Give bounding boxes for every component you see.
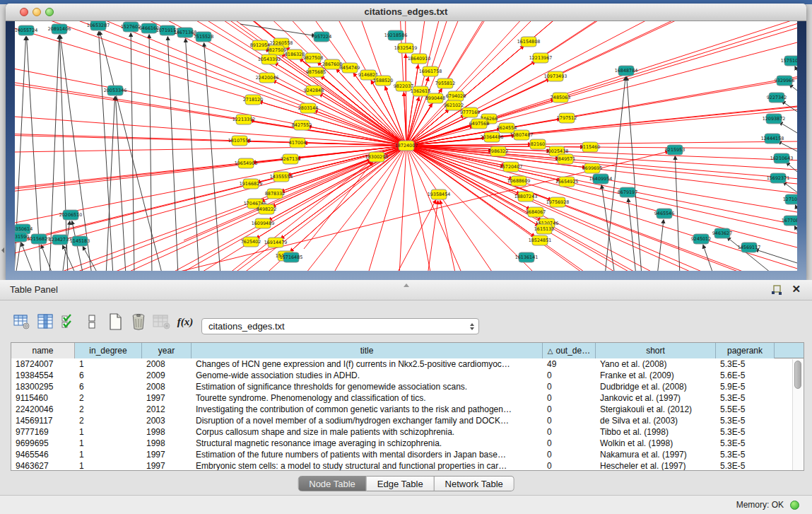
select-all-button[interactable] (58, 311, 79, 332)
graph-node[interactable]: 12213967 (529, 53, 553, 63)
graph-node[interactable]: 9777169 (460, 107, 480, 117)
table-settings-button[interactable] (11, 311, 33, 332)
graph-node[interactable]: 2803144 (298, 103, 318, 113)
table-selector-dropdown[interactable]: citations_edges.txt (201, 318, 479, 334)
zoom-button[interactable] (45, 8, 54, 16)
graph-node[interactable]: 1677081 (782, 216, 797, 226)
scrollbar-thumb[interactable] (794, 361, 801, 389)
column-header-short[interactable]: short (596, 343, 716, 358)
graph-node[interactable]: 16210643 (770, 153, 794, 163)
column-header-in_degree[interactable]: in_degree (75, 343, 142, 358)
graph-node[interactable]: 15720407 (500, 162, 523, 172)
function-builder-button[interactable]: f(x) (175, 311, 196, 332)
graph-node[interactable]: 7625402 (241, 237, 261, 247)
graph-node[interactable]: 18640910 (408, 54, 431, 64)
panel-resize-handle[interactable] (404, 284, 409, 287)
graph-node[interactable]: 417004 (289, 138, 306, 148)
table-row[interactable]: 1872400712008Changes of HCN gene express… (11, 358, 804, 370)
column-header-title[interactable]: title (192, 343, 543, 358)
column-header-name[interactable]: name (11, 343, 75, 358)
graph-node[interactable]: 1271034 (783, 194, 797, 204)
graph-node[interactable]: 9242848 (304, 86, 324, 95)
graph-node[interactable]: 16409954 (589, 174, 613, 184)
tab-node-table[interactable]: Node Table (298, 476, 367, 491)
graph-node[interactable]: 1588520 (373, 76, 393, 86)
tab-network-table[interactable]: Network Table (435, 476, 514, 491)
graph-node[interactable]: 8878332 (265, 189, 285, 199)
table-row[interactable]: 2242004622012Investigating the contribut… (11, 404, 804, 415)
graph-node[interactable]: 9827508 (303, 53, 323, 63)
delete-rows-button[interactable] (128, 311, 149, 332)
graph-node[interactable]: 9875685 (306, 67, 326, 77)
column-header-pagerank[interactable]: pagerank (716, 343, 775, 358)
graph-node[interactable]: 7986322 (488, 146, 508, 156)
graph-node[interactable]: 19654905 (235, 158, 258, 168)
graph-node[interactable]: 3267130 (281, 154, 300, 164)
graph-node[interactable]: 7515528 (194, 32, 213, 42)
graph-node[interactable]: 19358454 (428, 189, 451, 199)
graph-node[interactable]: 19166829 (240, 179, 263, 189)
graph-node[interactable]: 16136141 (515, 252, 539, 262)
column-header-out_degree[interactable]: △out_de… (543, 343, 596, 358)
graph-node[interactable]: 9245012 (691, 234, 711, 244)
graph-node[interactable]: 8186328 (285, 49, 305, 59)
graph-node[interactable]: 8679197 (618, 187, 637, 197)
column-header-year[interactable]: year (142, 343, 192, 358)
panel-collapse-arrow-icon[interactable] (1, 247, 4, 253)
graph-node[interactable]: 9465546 (654, 209, 674, 218)
graph-node[interactable]: 2718120 (243, 95, 263, 105)
graph-node[interactable]: 20891406 (48, 24, 71, 34)
graph-node[interactable]: 16099489 (252, 218, 275, 228)
graph-node[interactable]: 9621022 (444, 100, 464, 110)
graph-node[interactable]: 22420046 (256, 73, 279, 83)
graph-node[interactable]: 10653287 (87, 21, 110, 30)
graph-node[interactable]: 20206510 (59, 210, 83, 220)
graph-node[interactable]: 9329966 (775, 76, 794, 86)
network-canvas[interactable]: 1872400718300295224200469242848271812012… (15, 21, 797, 271)
graph-node[interactable]: 8454749 (340, 63, 360, 73)
graph-node[interactable]: 19756928 (546, 197, 570, 207)
graph-node[interactable]: 3684067 (526, 207, 546, 217)
show-columns-button[interactable] (35, 311, 56, 332)
graph-node[interactable]: 19218586 (384, 30, 408, 40)
window-titlebar[interactable]: citations_edges.txt (6, 4, 806, 21)
graph-node[interactable]: 7957224 (312, 32, 331, 42)
float-window-icon[interactable] (771, 285, 782, 296)
table-row[interactable]: 1830029562008Estimation of significance … (11, 381, 804, 392)
graph-node[interactable]: 8427552 (292, 120, 312, 130)
graph-node[interactable]: 8990448 (425, 93, 445, 103)
new-table-button[interactable] (105, 311, 126, 332)
graph-node[interactable]: 2849571 (555, 154, 575, 164)
graph-node[interactable]: 15692371 (767, 173, 790, 183)
graph-node[interactable]: 9827509 (266, 45, 286, 55)
graph-node[interactable]: 12156829 (28, 234, 51, 244)
graph-node[interactable]: 7955812 (435, 78, 455, 88)
table-row[interactable]: 946362711997Embryonic stem cells: a mode… (11, 460, 804, 471)
graph-node[interactable]: 9227342 (767, 93, 787, 103)
graph-node[interactable]: 12213392 (233, 115, 256, 124)
graph-node[interactable]: 1797512 (557, 113, 577, 123)
graph-node[interactable]: 9463627 (712, 228, 732, 238)
graph-node[interactable]: 18107554 (228, 136, 252, 146)
table-row[interactable]: 1938455462009Genome-wide association stu… (11, 370, 804, 381)
graph-node[interactable]: 6794028 (446, 91, 466, 101)
graph-node[interactable]: 1615132 (534, 224, 554, 234)
graph-node[interactable]: 9699695 (582, 163, 602, 173)
minimize-button[interactable] (33, 8, 41, 16)
delete-table-button[interactable] (151, 311, 172, 332)
tab-edge-table[interactable]: Edge Table (367, 476, 435, 491)
table-row[interactable]: 969969511998Structural magnetic resonanc… (11, 438, 804, 449)
graph-node[interactable]: 6497568 (469, 119, 489, 129)
graph-node[interactable]: 15751074 (781, 56, 797, 66)
graph-node[interactable]: 7485063 (551, 93, 570, 103)
clear-selection-button[interactable] (81, 311, 102, 332)
table-row[interactable]: 977716911998Corpus callosum shape and si… (11, 426, 804, 438)
graph-node[interactable]: 10543392 (258, 54, 281, 64)
close-panel-icon[interactable]: ✕ (792, 283, 801, 296)
table-panel-header[interactable]: Table Panel ✕ (0, 280, 812, 300)
close-button[interactable] (20, 8, 28, 16)
table-row[interactable]: 911546021997Tourette syndrome. Phenomeno… (11, 392, 804, 404)
graph-node[interactable]: 16848784 (615, 66, 638, 76)
table-row[interactable]: 1456911722003Disruption of a novel membe… (11, 415, 804, 426)
graph-node[interactable]: 12093872 (763, 114, 786, 124)
